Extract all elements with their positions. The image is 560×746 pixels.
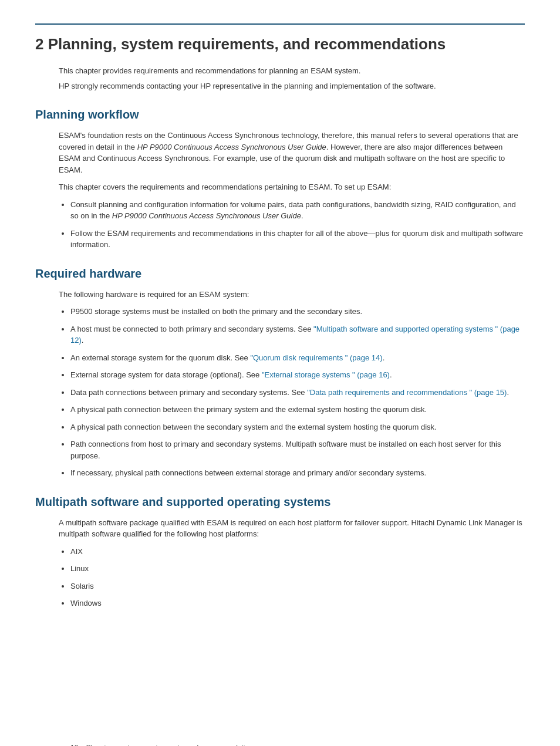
list-item: Windows (70, 598, 525, 609)
list-item: Follow the ESAM requirements and recomme… (70, 228, 525, 251)
list-item: A physical path connection between the s… (70, 421, 525, 433)
list-item: External storage system for data storage… (70, 369, 525, 381)
multipath-software-para1: A multipath software package qualified w… (59, 517, 525, 540)
external-storage-link[interactable]: "External storage systems " (page 16) (262, 370, 390, 379)
required-hardware-para1: The following hardware is required for a… (59, 289, 525, 301)
planning-workflow-para2: This chapter covers the requirements and… (59, 181, 525, 193)
planning-workflow-bullets: Consult planning and configuration infor… (70, 199, 525, 251)
list-item: A host must be connected to both primary… (70, 323, 525, 346)
page-footer: 12 Planning, system requirements, and re… (70, 744, 257, 746)
quorum-disk-link[interactable]: "Quorum disk requirements " (page 14) (250, 353, 382, 362)
chapter-title: 2 Planning, system requirements, and rec… (35, 35, 525, 53)
page-number: 12 (70, 744, 78, 746)
list-item: Data path connections between primary an… (70, 387, 525, 399)
list-item: Path connections from host to primary an… (70, 438, 525, 461)
list-item: Consult planning and configuration infor… (70, 199, 525, 222)
list-item: Solaris (70, 580, 525, 592)
planning-workflow-para1: ESAM's foundation rests on the Continuou… (59, 130, 525, 175)
data-path-link[interactable]: "Data path requirements and recommendati… (307, 388, 507, 397)
list-item: P9500 storage systems must be installed … (70, 306, 525, 318)
intro-line1: This chapter provides requirements and r… (59, 65, 525, 77)
list-item: Linux (70, 563, 525, 575)
intro-line2: HP strongly recommends contacting your H… (59, 80, 525, 92)
section-title-required-hardware: Required hardware (35, 267, 525, 281)
multipath-software-bullets: AIX Linux Solaris Windows (70, 546, 525, 609)
multipath-link[interactable]: "Multipath software and supported operat… (70, 325, 519, 345)
top-border (35, 23, 525, 25)
list-item: A physical path connection between the p… (70, 404, 525, 416)
list-item: AIX (70, 546, 525, 558)
section-title-planning-workflow: Planning workflow (35, 108, 525, 121)
section-title-multipath-software: Multipath software and supported operati… (35, 495, 525, 509)
list-item: An external storage system for the quoru… (70, 352, 525, 364)
footer-text: Planning, system requirements, and recom… (86, 744, 257, 746)
required-hardware-bullets: P9500 storage systems must be installed … (70, 306, 525, 479)
list-item: If necessary, physical path connections … (70, 467, 525, 479)
page-container: 2 Planning, system requirements, and rec… (35, 23, 525, 746)
